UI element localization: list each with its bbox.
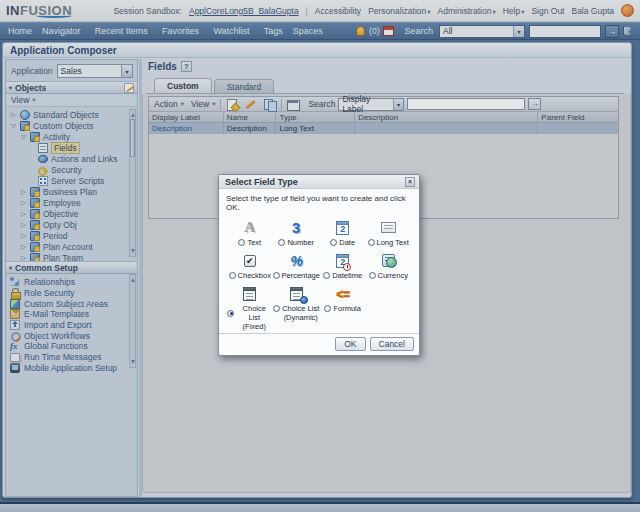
- radio-currency[interactable]: [369, 272, 376, 279]
- choice-list-fixed-icon: [227, 284, 273, 303]
- radio-long-text[interactable]: [368, 239, 375, 246]
- close-icon[interactable]: ×: [405, 177, 415, 187]
- field-type-option-date[interactable]: 2 Date: [320, 214, 366, 247]
- field-type-option-datetime[interactable]: 2 Datetime: [320, 247, 366, 280]
- radio-percentage[interactable]: [273, 272, 280, 279]
- field-type-option-long-text[interactable]: Long Text: [365, 214, 411, 247]
- radio-text[interactable]: [238, 239, 245, 246]
- currency-field-icon: [365, 251, 411, 270]
- radio-number[interactable]: [278, 239, 285, 246]
- ok-button[interactable]: OK: [335, 337, 365, 351]
- long-text-field-icon: [365, 218, 411, 237]
- clock-icon: [343, 263, 351, 271]
- radio-choice-list-fixed[interactable]: [227, 310, 234, 317]
- date-field-icon: 2: [320, 218, 366, 237]
- field-type-option-text[interactable]: A Text: [227, 214, 273, 247]
- field-type-option-choice-list-fixed[interactable]: Choice List (Fixed): [227, 280, 273, 331]
- checkbox-field-icon: ✔: [227, 251, 273, 270]
- choice-list-dynamic-icon: [273, 284, 320, 303]
- dialog-title: Select Field Type: [225, 177, 298, 187]
- dialog-subtitle: Select the type of field you want to cre…: [219, 189, 419, 214]
- field-type-option-checkbox[interactable]: ✔ Checkbox: [227, 247, 273, 280]
- text-field-icon: A: [227, 218, 273, 237]
- percentage-field-icon: %: [273, 251, 320, 270]
- radio-datetime[interactable]: [323, 272, 330, 279]
- radio-choice-list-dynamic[interactable]: [273, 305, 280, 312]
- field-type-grid: A Text 3 Number 2 Date Long Text ✔ Check…: [219, 214, 419, 333]
- field-type-option-percentage[interactable]: % Percentage: [273, 247, 320, 280]
- radio-date[interactable]: [330, 239, 337, 246]
- field-type-option-formula[interactable]: <= Formula: [320, 280, 366, 331]
- select-field-type-dialog: Select Field Type × Select the type of f…: [218, 174, 420, 356]
- radio-formula[interactable]: [324, 305, 331, 312]
- formula-field-icon: <=: [320, 284, 366, 303]
- refresh-badge-icon: [300, 296, 308, 304]
- field-type-option-choice-list-dynamic[interactable]: Choice List (Dynamic): [273, 280, 320, 331]
- datetime-field-icon: 2: [320, 251, 366, 270]
- radio-checkbox[interactable]: [229, 272, 236, 279]
- field-type-option-currency[interactable]: Currency: [365, 247, 411, 280]
- number-field-icon: 3: [273, 218, 320, 237]
- cancel-button[interactable]: Cancel: [370, 337, 414, 351]
- field-type-option-number[interactable]: 3 Number: [273, 214, 320, 247]
